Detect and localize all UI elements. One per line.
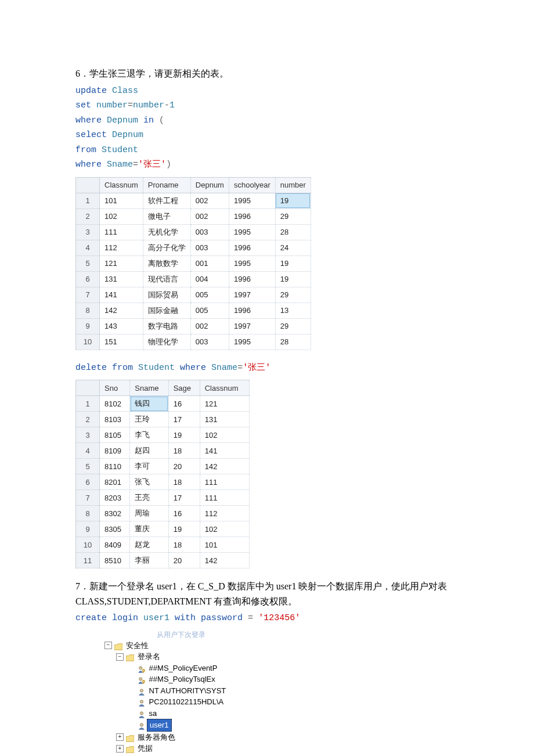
sql-token: '张三' <box>138 160 166 170</box>
sql-line: from Student <box>75 143 459 158</box>
tree-node[interactable]: ##MS_PolicyEventP <box>104 663 459 674</box>
sql-token: Depnum <box>107 116 138 125</box>
grid-header-cell: Depnum <box>190 177 229 193</box>
grid-cell: 现代语言 <box>143 271 190 287</box>
sql-token: Student <box>138 363 175 373</box>
grid-cell: 国际金融 <box>143 303 190 318</box>
grid-cell: 141 <box>100 287 143 303</box>
grid-cell: 赵龙 <box>130 537 168 553</box>
sql-token: = <box>243 613 258 623</box>
grid-cell: 16 <box>168 396 200 412</box>
tree-node[interactable]: sa <box>104 708 459 719</box>
grid-cell: 142 <box>100 303 143 318</box>
grid-header-cell: Classnum <box>100 177 143 193</box>
grid-cell: 8510 <box>100 553 130 568</box>
grid-row-number: 10 <box>76 537 100 553</box>
sql-token <box>206 363 211 373</box>
tree-expander-icon[interactable]: − <box>104 642 112 649</box>
tree-node-label: 安全性 <box>124 640 149 651</box>
folder-icon <box>114 642 121 649</box>
tree-node[interactable]: NT AUTHORITY\SYST <box>104 685 459 697</box>
grid-cell: 8109 <box>100 443 130 459</box>
grid-cell: 005 <box>190 303 229 318</box>
grid-cell: 20 <box>168 459 200 474</box>
grid-cell: 002 <box>190 208 229 224</box>
tree-expander-icon[interactable]: + <box>116 745 124 753</box>
student-table-wrap: SnoSnameSageClassnum18102钱四1612128103王玲1… <box>75 380 459 568</box>
tree-expander-icon[interactable]: − <box>116 653 124 661</box>
grid-row-number: 6 <box>76 271 100 287</box>
sql-token: Class <box>112 86 138 96</box>
grid-cell: 8102 <box>100 396 130 412</box>
table-row: 2102微电子002199629 <box>76 208 311 224</box>
folder-icon <box>126 745 133 752</box>
sql-token: ( <box>154 116 164 125</box>
sql-token: delete from <box>75 363 133 373</box>
grid-cell: 软件工程 <box>143 193 190 208</box>
grid-header-cell: Sage <box>168 380 200 396</box>
sql-token: update <box>75 86 107 96</box>
grid-cell: 张飞 <box>130 474 168 490</box>
sql-token <box>107 130 112 140</box>
sql-token: user1 <box>143 613 169 623</box>
grid-cell: 王亮 <box>130 490 168 506</box>
tree-node-label: ##MS_PolicyTsqlEx <box>147 674 215 685</box>
grid-cell: 111 <box>200 474 249 490</box>
sql-line: where Sname='张三') <box>75 157 459 172</box>
sql-token: Student <box>102 145 138 155</box>
tree-node-label: PC2011022115HDL\A <box>147 696 223 708</box>
grid-cell: 物理化学 <box>143 334 190 350</box>
grid-row-number: 5 <box>76 459 100 474</box>
folder-icon <box>126 653 133 660</box>
grid-cell: 8103 <box>100 412 130 427</box>
sql-token: = <box>237 363 243 373</box>
grid-cell: 17 <box>168 412 200 427</box>
table-row: 10151物理化学003199528 <box>76 334 311 350</box>
sql-token <box>91 100 96 110</box>
table-row: 9143数字电路002199729 <box>76 318 311 334</box>
section7-title: 7．新建一个登录名 user1，在 C_S_D 数据库中为 user1 映射一个… <box>75 579 459 609</box>
grid-cell: 李可 <box>130 459 168 474</box>
grid-row-number: 11 <box>76 553 100 568</box>
grid-cell: 003 <box>190 240 229 255</box>
grid-cell: 002 <box>190 193 229 208</box>
table-row: 38105李飞19102 <box>76 427 250 443</box>
tree-node[interactable]: user1 <box>104 719 459 732</box>
user-key-icon <box>138 676 145 683</box>
sql-token: ) <box>166 160 171 170</box>
tree-node[interactable]: − 安全性 <box>104 640 459 651</box>
grid-cell: 004 <box>190 271 229 287</box>
tree-node[interactable]: ##MS_PolicyTsqlEx <box>104 674 459 685</box>
grid-cell: 102 <box>100 208 143 224</box>
grid-row-number: 10 <box>76 334 100 350</box>
grid-cell: 13 <box>275 303 311 318</box>
tree-node[interactable]: − 登录名 <box>104 651 459 663</box>
sql-token: Sname <box>107 160 133 170</box>
document-page: 6．学生张三退学，请更新相关的表。 update Classset number… <box>0 0 534 756</box>
grid-row-number: 6 <box>76 474 100 490</box>
sql-token: Sname <box>211 363 237 373</box>
tree-node[interactable]: PC2011022115HDL\A <box>104 696 459 708</box>
grid-cell: 24 <box>275 240 311 255</box>
tree-expander-icon[interactable]: + <box>116 733 124 741</box>
grid-cell: 142 <box>200 459 249 474</box>
grid-cell: 121 <box>100 255 143 271</box>
sql-block-update: update Classset number=number-1where Dep… <box>75 84 459 172</box>
table-row: 5121离散数学001199519 <box>76 255 311 271</box>
grid-cell: 101 <box>100 193 143 208</box>
grid-row-number: 3 <box>76 427 100 443</box>
grid-cell: 141 <box>200 443 249 459</box>
grid-row-number: 3 <box>76 224 100 240</box>
sql-token: number <box>133 100 164 110</box>
grid-cell: 1995 <box>229 255 275 271</box>
tree-node[interactable]: + 凭据 <box>104 743 459 754</box>
tree-node[interactable]: + 服务器角色 <box>104 732 459 743</box>
table-row: 8142国际金融005199613 <box>76 303 311 318</box>
grid-cell: 离散数学 <box>143 255 190 271</box>
table-row: 4112高分子化学003199624 <box>76 240 311 255</box>
sql-token: create login <box>75 613 138 623</box>
user-icon <box>138 699 145 705</box>
sql-token <box>138 613 143 623</box>
tree-node-label: NT AUTHORITY\SYST <box>147 685 226 697</box>
grid-cell: 143 <box>100 318 143 334</box>
